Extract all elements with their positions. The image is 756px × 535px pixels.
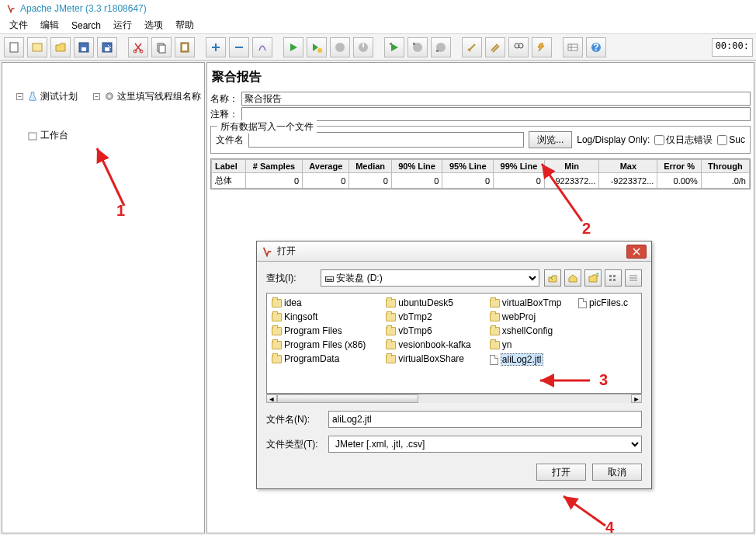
cancel-button[interactable]: 取消	[592, 464, 642, 481]
reset-search-button[interactable]	[532, 37, 552, 57]
scroll-left-icon[interactable]: ◄	[266, 394, 277, 403]
test-plan-tree[interactable]: − 测试计划 − 这里填写线程组名称 图片路径csv 调用ptserver	[2, 62, 205, 533]
remote-stop-button[interactable]	[407, 37, 428, 57]
function-helper-button[interactable]	[563, 37, 583, 57]
flask-icon	[27, 91, 38, 102]
col-label[interactable]: Label	[212, 160, 246, 173]
expand-button[interactable]	[206, 37, 226, 57]
table-row[interactable]: 总体 0 0 0 0 0 0 9223372... -9223372... 0.…	[212, 173, 750, 189]
close-button[interactable]	[626, 245, 647, 259]
svg-rect-18	[362, 43, 364, 47]
comment-label: 注释：	[210, 108, 241, 121]
folder-icon	[386, 313, 396, 321]
remote-shutdown-button[interactable]	[431, 37, 451, 57]
shutdown-button[interactable]	[353, 37, 373, 57]
new-button[interactable]	[4, 37, 24, 57]
templates-button[interactable]	[27, 37, 47, 57]
scroll-right-icon[interactable]: ►	[631, 394, 642, 403]
list-item[interactable]: vesionbook-kafka	[386, 339, 484, 350]
filetype-select[interactable]: JMeter [.xml, .jtl, .csv]	[328, 436, 642, 453]
clear-all-button[interactable]	[485, 37, 505, 57]
col-through[interactable]: Through	[701, 160, 749, 173]
svg-text:?: ?	[593, 42, 598, 53]
filename-input[interactable]	[328, 411, 642, 428]
clear-button[interactable]	[462, 37, 482, 57]
open-button[interactable]	[50, 37, 71, 57]
col-median[interactable]: Median	[349, 160, 391, 173]
collapse-icon[interactable]: −	[16, 93, 23, 100]
list-item[interactable]: xshellConfig	[490, 325, 574, 336]
remote-start-button[interactable]	[384, 37, 404, 57]
file-list[interactable]: idea ubuntuDesk5 virtualBoxTmp picFiles.…	[266, 293, 642, 394]
menu-search[interactable]: Search	[67, 19, 106, 33]
list-item[interactable]: vbTmp2	[386, 311, 484, 322]
collapse-icon[interactable]: −	[93, 93, 100, 100]
only-errors-checkbox[interactable]: 仅日志错误	[654, 134, 713, 147]
col-p99[interactable]: 99% Line	[494, 160, 545, 173]
filename-input[interactable]	[248, 132, 524, 148]
col-max[interactable]: Max	[599, 160, 657, 173]
search-button[interactable]	[508, 37, 529, 57]
tree-label: 测试计划	[40, 90, 78, 103]
open-button[interactable]: 打开	[536, 464, 586, 481]
only-success-checkbox[interactable]: Suc	[717, 134, 745, 145]
save-as-button[interactable]	[97, 37, 117, 57]
list-item[interactable]: webProj	[490, 311, 574, 322]
tree-thread-group[interactable]: − 这里填写线程组名称	[93, 90, 201, 103]
list-item[interactable]: idea	[272, 297, 381, 308]
list-item-selected[interactable]: aliLog2.jtl	[490, 353, 574, 366]
lookin-select[interactable]: 🖴 安装盘 (D:)	[321, 269, 539, 287]
paste-button[interactable]	[175, 37, 195, 57]
list-item[interactable]: Kingsoft	[272, 311, 381, 322]
list-item[interactable]: ProgramData	[272, 353, 381, 364]
col-p95[interactable]: 95% Line	[442, 160, 494, 173]
toggle-button[interactable]	[252, 37, 272, 57]
col-avg[interactable]: Average	[303, 160, 349, 173]
menu-file[interactable]: 文件	[5, 17, 33, 33]
menu-edit[interactable]: 编辑	[36, 17, 64, 33]
list-item[interactable]: picFiles.c	[578, 297, 636, 308]
lookin-label: 查找(I):	[266, 272, 316, 285]
list-item[interactable]: ubuntuDesk5	[386, 297, 484, 308]
tree-workbench[interactable]: 工作台	[16, 129, 68, 142]
list-item[interactable]: virtualBoxShare	[386, 353, 484, 364]
help-button[interactable]: ?	[586, 37, 606, 57]
list-item[interactable]: virtualBoxTmp	[490, 297, 574, 308]
report-table: Label # Samples Average Median 90% Line …	[210, 158, 751, 189]
menu-help[interactable]: 帮助	[171, 17, 199, 33]
col-err[interactable]: Error %	[657, 160, 701, 173]
details-view-button[interactable]	[625, 269, 642, 287]
menu-run[interactable]: 运行	[109, 17, 137, 33]
menu-options[interactable]: 选项	[140, 17, 168, 33]
start-no-pause-button[interactable]	[307, 37, 327, 57]
name-input[interactable]	[241, 92, 751, 106]
list-item[interactable]: yn	[490, 339, 574, 350]
cut-button[interactable]	[128, 37, 148, 57]
home-button[interactable]	[564, 269, 581, 287]
stop-button[interactable]	[330, 37, 350, 57]
up-folder-button[interactable]	[544, 269, 561, 287]
list-item[interactable]: Program Files (x86)	[272, 339, 381, 350]
scroll-thumb[interactable]	[277, 394, 418, 403]
col-p90[interactable]: 90% Line	[391, 160, 442, 173]
start-button[interactable]	[283, 37, 303, 57]
col-samples[interactable]: # Samples	[245, 160, 302, 173]
collapse-button[interactable]	[229, 37, 249, 57]
browse-button[interactable]: 浏览...	[529, 131, 572, 148]
svg-rect-0	[10, 43, 18, 52]
horizontal-scrollbar[interactable]: ◄ ►	[266, 394, 642, 403]
tree-test-plan[interactable]: − 测试计划	[16, 90, 78, 103]
list-view-button[interactable]	[605, 269, 622, 287]
svg-text:★: ★	[595, 273, 598, 280]
col-min[interactable]: Min	[544, 160, 599, 173]
save-button[interactable]	[74, 37, 94, 57]
dialog-title-bar[interactable]: 打开	[257, 241, 651, 262]
svg-rect-44	[613, 275, 616, 277]
list-item[interactable]: vbTmp6	[386, 325, 484, 336]
comment-input[interactable]	[241, 107, 751, 121]
filename-label: 文件名	[216, 134, 244, 147]
list-item[interactable]: Program Files	[272, 325, 381, 336]
copy-button[interactable]	[151, 37, 172, 57]
new-folder-button[interactable]: ★	[584, 269, 602, 287]
svg-point-15	[317, 48, 322, 53]
